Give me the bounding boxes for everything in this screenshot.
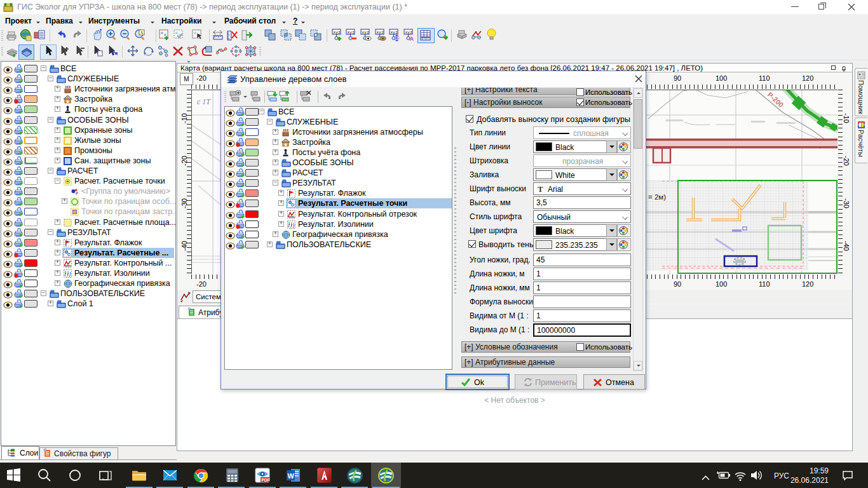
svg-text:xyz: xyz [376,30,384,35]
svg-text:W: W [288,472,295,480]
svg-text:A: A [410,36,414,41]
svg-text:xyz: xyz [362,30,369,35]
svg-text:xyz: xyz [405,30,412,35]
svg-text:xyz: xyz [347,30,355,35]
svg-text:PDF: PDF [262,478,270,482]
svg-text:xyz: xyz [390,30,398,35]
svg-text:с 1Т: с 1Т [197,97,211,106]
svg-text:xyz: xyz [333,30,341,35]
